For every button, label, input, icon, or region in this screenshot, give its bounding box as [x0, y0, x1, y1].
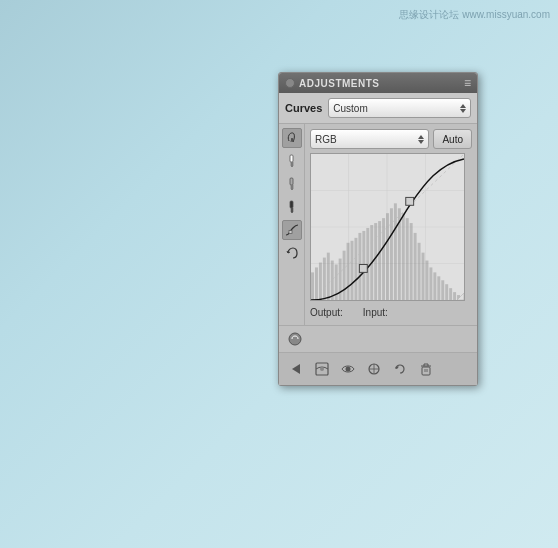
finger-tool-button[interactable] — [282, 128, 302, 148]
svg-rect-0 — [290, 155, 293, 162]
svg-rect-34 — [402, 213, 405, 300]
left-toolbar — [279, 124, 305, 325]
svg-rect-42 — [433, 272, 436, 300]
svg-rect-52 — [406, 197, 414, 205]
svg-rect-21 — [351, 241, 354, 300]
svg-rect-15 — [327, 253, 330, 300]
svg-rect-1 — [290, 178, 293, 185]
svg-rect-39 — [422, 253, 425, 300]
svg-rect-40 — [425, 261, 428, 300]
svg-rect-45 — [445, 284, 448, 300]
svg-marker-55 — [292, 364, 300, 374]
svg-rect-29 — [382, 218, 385, 300]
output-input-row: Output: Input: — [310, 305, 472, 320]
svg-point-58 — [346, 367, 351, 372]
panel-menu-icon[interactable]: ≡ — [464, 76, 471, 90]
reset-button[interactable] — [389, 358, 411, 380]
svg-rect-46 — [449, 288, 452, 300]
input-label: Input: — [363, 307, 388, 318]
watermark: 思缘设计论坛 www.missyuan.com — [399, 8, 550, 22]
right-content: RGB Auto — [305, 124, 477, 325]
panel-bottom-toolbar — [279, 352, 477, 385]
adjustment-icon-row — [279, 325, 477, 352]
svg-rect-43 — [437, 276, 440, 300]
svg-point-54 — [289, 333, 301, 345]
panel-title: ADJUSTMENTS — [299, 78, 380, 89]
eye-button[interactable] — [337, 358, 359, 380]
black-point-tool-button[interactable] — [282, 197, 302, 217]
adjustment-layer-button[interactable] — [311, 358, 333, 380]
curves-svg — [311, 154, 464, 300]
svg-rect-11 — [311, 272, 314, 300]
svg-rect-51 — [359, 264, 367, 272]
auto-button[interactable]: Auto — [433, 129, 472, 149]
previous-state-button[interactable] — [285, 358, 307, 380]
svg-rect-37 — [414, 233, 417, 300]
svg-rect-36 — [410, 223, 413, 300]
curve-tool-button[interactable] — [282, 220, 302, 240]
adjustments-panel: ADJUSTMENTS ≡ Curves Custom — [278, 72, 478, 386]
svg-rect-2 — [290, 201, 293, 208]
panel-header: Curves Custom — [279, 93, 477, 124]
panel-close-button[interactable] — [285, 78, 295, 88]
visibility-button[interactable] — [363, 358, 385, 380]
custom-dropdown-value: Custom — [333, 103, 367, 114]
svg-rect-25 — [366, 228, 369, 300]
svg-rect-19 — [343, 251, 346, 300]
rgb-dropdown-value: RGB — [315, 134, 337, 145]
svg-rect-22 — [354, 238, 357, 300]
svg-rect-13 — [319, 263, 322, 300]
svg-rect-38 — [418, 243, 421, 300]
bottom-tools — [285, 358, 437, 380]
svg-rect-20 — [347, 243, 350, 300]
custom-dropdown[interactable]: Custom — [328, 98, 471, 118]
svg-rect-47 — [453, 292, 456, 300]
svg-rect-35 — [406, 218, 409, 300]
output-label: Output: — [310, 307, 343, 318]
svg-rect-14 — [323, 258, 326, 300]
svg-rect-3 — [289, 231, 292, 234]
custom-dropdown-arrows — [460, 104, 466, 113]
svg-rect-44 — [441, 280, 444, 300]
white-point-tool-button[interactable] — [282, 151, 302, 171]
rgb-dropdown-arrows — [418, 135, 424, 144]
curves-label: Curves — [285, 102, 322, 114]
curves-graph — [310, 153, 465, 301]
panel-titlebar: ADJUSTMENTS ≡ — [279, 73, 477, 93]
svg-rect-61 — [422, 367, 430, 375]
svg-rect-28 — [378, 221, 381, 300]
adjustment-icon-button[interactable] — [285, 329, 305, 349]
rgb-row: RGB Auto — [310, 129, 472, 149]
gray-point-tool-button[interactable] — [282, 174, 302, 194]
svg-rect-16 — [331, 261, 334, 300]
delete-button[interactable] — [415, 358, 437, 380]
panel-body: RGB Auto — [279, 124, 477, 325]
svg-rect-32 — [394, 203, 397, 300]
rgb-dropdown[interactable]: RGB — [310, 129, 429, 149]
svg-point-57 — [320, 367, 324, 371]
svg-rect-18 — [339, 259, 342, 300]
svg-rect-27 — [374, 223, 377, 300]
reset-tool-button[interactable] — [282, 243, 302, 263]
svg-rect-41 — [429, 267, 432, 300]
